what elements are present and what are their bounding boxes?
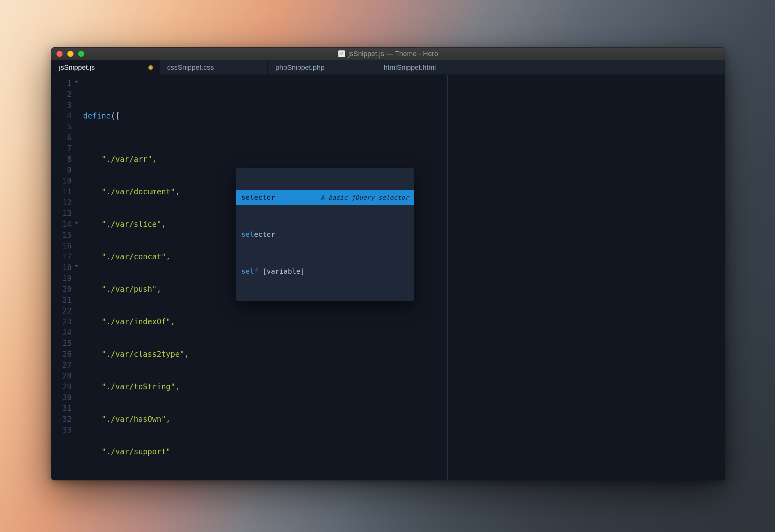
line-number[interactable]: 4 [51, 110, 79, 121]
fold-chevron-icon[interactable] [75, 81, 78, 83]
tab-jssnippet[interactable]: jsSnippet.js [51, 60, 159, 74]
line-number[interactable]: 28 [51, 371, 79, 381]
line-number[interactable]: 30 [51, 392, 79, 403]
line-number[interactable]: 6 [51, 132, 79, 143]
traffic-lights [56, 51, 84, 57]
tab-bar: jsSnippet.js cssSnippet.css phpSnippet.p… [51, 60, 725, 75]
autocomplete-hint: A basic jQuery selector [320, 192, 409, 203]
dirty-indicator-icon [148, 65, 153, 70]
tab-label: htmlSnippet.html [384, 63, 436, 72]
tab-htmlsnippet[interactable]: htmlSnippet.html [376, 60, 484, 74]
autocomplete-item[interactable]: selector A basic jQuery selector [236, 190, 414, 205]
code-line: "./var/support" [83, 446, 725, 457]
line-number[interactable]: 19 [51, 273, 79, 284]
file-icon [338, 50, 345, 57]
tab-label: jsSnippet.js [59, 63, 95, 72]
line-number[interactable]: 13 [51, 208, 79, 219]
line-number[interactable]: 27 [51, 360, 79, 371]
tab-phpsnippet[interactable]: phpSnippet.php [268, 60, 376, 74]
autocomplete-item[interactable]: selector [236, 227, 414, 242]
editor-window: jsSnippet.js — Theme - Hero jsSnippet.js… [51, 47, 725, 480]
line-number[interactable]: 33 [51, 425, 79, 436]
line-number[interactable]: 32 [51, 414, 79, 425]
code-line: "./var/indexOf", [83, 316, 725, 327]
window-title-text: jsSnippet.js — Theme - Hero [348, 50, 438, 58]
line-number-gutter[interactable]: 1234567891011121314151617181920212223242… [51, 75, 81, 480]
window-titlebar[interactable]: jsSnippet.js — Theme - Hero [51, 47, 725, 60]
fold-chevron-icon[interactable] [75, 265, 78, 267]
line-number[interactable]: 14 [51, 219, 79, 230]
line-number[interactable]: 16 [51, 240, 79, 251]
line-number[interactable]: 5 [51, 121, 79, 132]
line-number[interactable]: 7 [51, 143, 79, 154]
line-number[interactable]: 23 [51, 316, 79, 327]
line-number[interactable]: 25 [51, 338, 79, 349]
code-line: define([ [83, 110, 725, 121]
line-number[interactable]: 31 [51, 403, 79, 414]
code-line: "./var/class2type", [83, 349, 725, 360]
code-line: "./var/hasOwn", [83, 414, 725, 425]
line-number[interactable]: 26 [51, 349, 79, 360]
line-number[interactable]: 9 [51, 165, 79, 175]
line-number[interactable]: 18 [51, 262, 79, 273]
line-number[interactable]: 8 [51, 154, 79, 165]
line-number[interactable]: 21 [51, 295, 79, 306]
line-number[interactable]: 17 [51, 251, 79, 262]
autocomplete-popup[interactable]: selector A basic jQuery selector selecto… [236, 168, 414, 301]
code-content[interactable]: define([ "./var/arr", "./var/document", … [81, 75, 725, 480]
window-title: jsSnippet.js — Theme - Hero [51, 50, 725, 58]
line-number[interactable]: 15 [51, 230, 79, 240]
line-number[interactable]: 1 [51, 78, 79, 89]
tab-label: phpSnippet.php [275, 63, 324, 72]
line-number[interactable]: 29 [51, 381, 79, 392]
line-number[interactable]: 12 [51, 197, 79, 208]
line-number[interactable]: 11 [51, 186, 79, 197]
fold-chevron-icon[interactable] [75, 222, 78, 224]
line-number[interactable]: 20 [51, 284, 79, 295]
line-number[interactable]: 24 [51, 327, 79, 338]
minimize-icon[interactable] [67, 51, 74, 57]
tab-csssnippet[interactable]: cssSnippet.css [159, 60, 268, 74]
line-number[interactable]: 10 [51, 175, 79, 186]
code-line: "./var/arr", [83, 154, 725, 165]
line-number[interactable]: 3 [51, 100, 79, 110]
line-number[interactable]: 2 [51, 89, 79, 100]
autocomplete-item[interactable]: self [variable] [236, 264, 414, 279]
tab-label: cssSnippet.css [167, 63, 214, 72]
maximize-icon[interactable] [78, 51, 84, 57]
editor-area[interactable]: 1234567891011121314151617181920212223242… [51, 75, 725, 480]
close-icon[interactable] [56, 51, 63, 57]
code-line: "./var/toString", [83, 381, 725, 392]
line-number[interactable]: 22 [51, 306, 79, 316]
